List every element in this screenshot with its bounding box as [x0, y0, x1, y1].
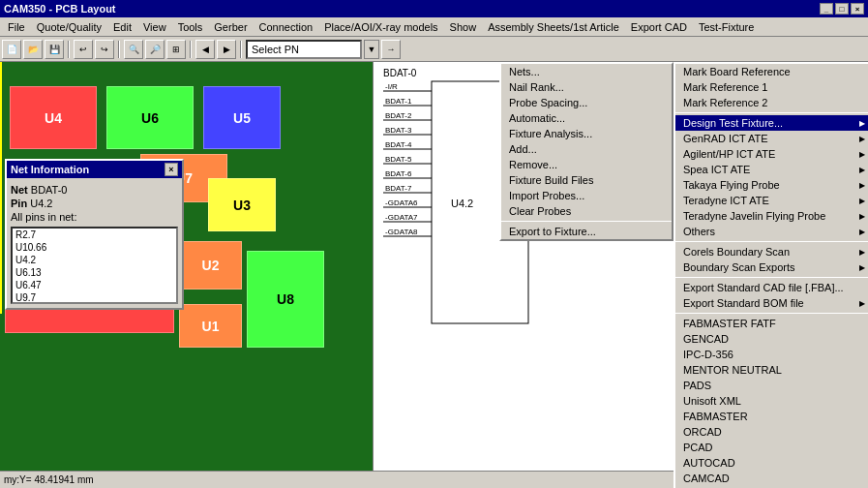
- menu-nets[interactable]: Nets...: [501, 64, 672, 79]
- menu-spea[interactable]: Spea ICT ATE ▶: [675, 162, 868, 177]
- menu-nail-rank[interactable]: Nail Rank...: [501, 79, 672, 95]
- close-button[interactable]: ×: [851, 3, 864, 15]
- main-area: U4 U6 U5 R41 U7 U9 U3 U10 U2 U1 U8 Net I…: [0, 62, 868, 488]
- title-buttons: _ □ ×: [820, 3, 864, 15]
- menu-takaya[interactable]: Takaya Flying Probe ▶: [675, 177, 868, 193]
- pins-listbox[interactable]: R2.7 U10.66 U4.2 U6.13 U6.47 U9.7 VIA000…: [11, 227, 178, 304]
- title-bar: CAM350 - PCB Layout _ □ ×: [0, 0, 868, 17]
- net-value: BDAT-0: [31, 184, 68, 196]
- open-button[interactable]: 📂: [23, 40, 43, 59]
- menu-export-bom[interactable]: Export Standard BOM file ▶: [675, 295, 868, 311]
- menu-file[interactable]: File: [2, 19, 31, 35]
- menu-show[interactable]: Show: [444, 19, 483, 35]
- menu-fabmaster[interactable]: FABMASTER: [675, 409, 868, 424]
- menu-mark-ref1[interactable]: Mark Reference 1: [675, 79, 868, 95]
- zoom-fit-button[interactable]: ⊞: [166, 40, 186, 59]
- menu-add[interactable]: Add...: [501, 141, 672, 157]
- menu-remove[interactable]: Remove...: [501, 157, 672, 172]
- net-row: Net BDAT-0: [11, 184, 178, 196]
- sep-fixture: [501, 221, 672, 222]
- autocad-label: AUTOCAD: [683, 457, 735, 469]
- menu-assembly[interactable]: Assembly Sheets/1st Article: [482, 19, 625, 35]
- menu-unisoft[interactable]: Unisoft XML: [675, 393, 868, 409]
- menu-connection[interactable]: Connection: [254, 19, 319, 35]
- agilent-arrow: ▶: [859, 150, 865, 159]
- pin-item-0[interactable]: R2.7: [13, 229, 176, 241]
- menu-others[interactable]: Others ▶: [675, 224, 868, 239]
- menu-orcad[interactable]: ORCAD: [675, 424, 868, 440]
- component-U6[interactable]: U6: [106, 86, 194, 149]
- menu-ipc[interactable]: IPC-D-356: [675, 347, 868, 362]
- sep-export: [675, 313, 868, 314]
- menu-mentor[interactable]: MENTOR NEUTRAL: [675, 362, 868, 378]
- menu-quote[interactable]: Quote/Quality: [31, 19, 107, 35]
- component-U3[interactable]: U3: [208, 178, 276, 231]
- menu-export-cad[interactable]: Export Standard CAD file [.FBA]...: [675, 280, 868, 295]
- next-button[interactable]: ▶: [217, 40, 236, 59]
- component-U5[interactable]: U5: [203, 86, 281, 149]
- menu-design-test-fixture[interactable]: Design Test Fixture... ▶: [675, 115, 868, 131]
- prev-button[interactable]: ◀: [195, 40, 215, 59]
- pin-item-1[interactable]: U10.66: [13, 241, 176, 254]
- menu-export-fixture[interactable]: Export to Fixture...: [501, 224, 672, 239]
- menu-mark-board-ref[interactable]: Mark Board Reference: [675, 64, 868, 79]
- menu-fabmaster-fatf[interactable]: FABMASTER FATF: [675, 316, 868, 331]
- ipc-label: IPC-D-356: [683, 349, 733, 360]
- menu-mark-ref2[interactable]: Mark Reference 2: [675, 95, 868, 110]
- svg-text:-GDATA7: -GDATA7: [385, 213, 418, 222]
- mark-ref1-label: Mark Reference 1: [683, 81, 767, 93]
- menu-boundary-scan[interactable]: Boundary Scan Exports ▶: [675, 259, 868, 275]
- menu-agilent[interactable]: Agilent/HP ICT ATE ▶: [675, 146, 868, 162]
- menu-import-probes[interactable]: Import Probes...: [501, 188, 672, 203]
- sep-ate: [675, 241, 868, 242]
- menu-view[interactable]: View: [137, 19, 172, 35]
- menu-export[interactable]: Export CAD: [625, 19, 693, 35]
- minimize-button[interactable]: _: [820, 3, 833, 15]
- menu-camcad[interactable]: CAMCAD: [675, 471, 868, 486]
- undo-button[interactable]: ↩: [74, 40, 93, 59]
- component-U2[interactable]: U2: [179, 241, 242, 290]
- pin-item-5[interactable]: U9.7: [13, 291, 176, 304]
- teradyne-ict-arrow: ▶: [859, 197, 865, 205]
- select-pn-dropdown[interactable]: ▼: [364, 40, 379, 59]
- new-button[interactable]: 📄: [2, 40, 21, 59]
- menu-clear-probes[interactable]: Clear Probes: [501, 203, 672, 219]
- menu-teradyne-ict[interactable]: Teradyne ICT ATE ▶: [675, 193, 868, 208]
- mark-board-ref-label: Mark Board Reference: [683, 66, 791, 77]
- pcb-view[interactable]: U4 U6 U5 R41 U7 U9 U3 U10 U2 U1 U8 Net I…: [0, 62, 373, 488]
- teradyne-ict-label: Teradyne ICT ATE: [683, 195, 769, 206]
- mentor-label: MENTOR NEUTRAL: [683, 364, 782, 376]
- menu-pads[interactable]: PADS: [675, 378, 868, 393]
- pin-item-2[interactable]: U4.2: [13, 254, 176, 266]
- redo-button[interactable]: ↪: [95, 40, 114, 59]
- menu-fixture-analysis[interactable]: Fixture Analysis...: [501, 126, 672, 141]
- component-U8[interactable]: U8: [247, 251, 324, 348]
- pin-item-3[interactable]: U6.13: [13, 266, 176, 279]
- menu-teradyne-javelin[interactable]: Teradyne Javelin Flying Probe ▶: [675, 208, 868, 224]
- menu-edit[interactable]: Edit: [107, 19, 137, 35]
- maximize-button[interactable]: □: [835, 3, 849, 15]
- menu-corels[interactable]: Corels Boundary Scan ▶: [675, 244, 868, 259]
- zoom-out-button[interactable]: 🔎: [145, 40, 165, 59]
- menu-fixture-build[interactable]: Fixture Build Files: [501, 172, 672, 188]
- menu-genrad[interactable]: GenRAD ICT ATE ▶: [675, 131, 868, 146]
- menu-automatic[interactable]: Automatic...: [501, 110, 672, 126]
- menu-gencad[interactable]: GENCAD: [675, 331, 868, 347]
- save-button[interactable]: 💾: [45, 40, 64, 59]
- spea-label: Spea ICT ATE: [683, 164, 750, 175]
- component-U4[interactable]: U4: [10, 86, 97, 149]
- menu-autocad[interactable]: AUTOCAD: [675, 455, 868, 471]
- zoom-in-button[interactable]: 🔍: [124, 40, 143, 59]
- menu-gerber[interactable]: Gerber: [208, 19, 253, 35]
- net-info-close[interactable]: ×: [165, 163, 178, 176]
- menu-place[interactable]: Place/AOI/X-ray models: [318, 19, 443, 35]
- menu-tools[interactable]: Tools: [172, 19, 209, 35]
- menu-test[interactable]: Test-Fixture: [693, 19, 760, 35]
- menu-pcad[interactable]: PCAD: [675, 440, 868, 455]
- component-U1[interactable]: U1: [179, 304, 242, 348]
- all-pins-label-row: All pins in net:: [11, 211, 178, 223]
- orcad-label: ORCAD: [683, 426, 722, 438]
- pin-item-4[interactable]: U6.47: [13, 279, 176, 291]
- menu-probe-spacing[interactable]: Probe Spacing...: [501, 95, 672, 110]
- select-pn-go[interactable]: →: [381, 40, 401, 59]
